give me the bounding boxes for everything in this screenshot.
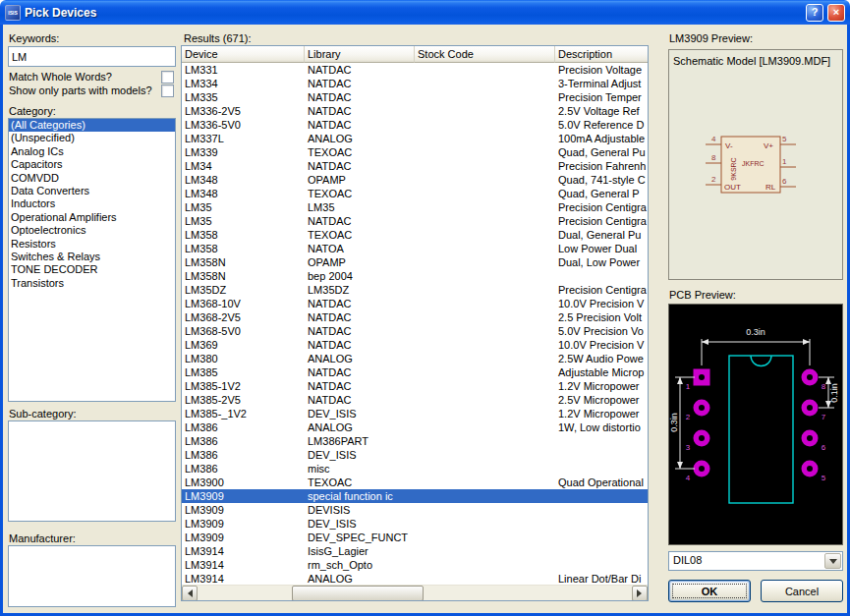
result-cell bbox=[555, 517, 649, 531]
category-item[interactable]: Switches & Relays bbox=[9, 251, 175, 263]
category-item[interactable]: Capacitors bbox=[9, 158, 175, 171]
result-row[interactable]: LM385-2V5NATDAC2.5V Micropower bbox=[182, 393, 649, 407]
result-cell: NATDAC bbox=[305, 63, 415, 77]
result-row[interactable]: LM3900TEXOACQuad Operational bbox=[182, 476, 649, 489]
result-row[interactable]: LM3909DEV_SPEC_FUNCT bbox=[182, 531, 649, 544]
category-item[interactable]: Operational Amplifiers bbox=[9, 211, 175, 224]
help-button[interactable]: ? bbox=[806, 4, 823, 22]
category-item[interactable]: COMVDD bbox=[9, 172, 175, 185]
result-row[interactable]: LM35LM35Precision Centigra bbox=[182, 200, 649, 214]
result-row[interactable]: LM386ANALOG1W, Low distortio bbox=[182, 420, 649, 434]
manufacturer-list[interactable] bbox=[8, 545, 176, 607]
column-header[interactable]: Description bbox=[555, 46, 649, 63]
result-cell: LM3900 bbox=[182, 476, 305, 489]
result-cell: IsisG_Lagier bbox=[305, 544, 415, 558]
result-row[interactable]: LM336-5V0NATDAC5.0V Reference D bbox=[182, 118, 649, 132]
result-cell: LM358N bbox=[182, 269, 305, 283]
result-cell bbox=[415, 544, 555, 558]
column-header[interactable]: Stock Code bbox=[415, 46, 555, 63]
category-item[interactable]: Data Converters bbox=[9, 185, 175, 197]
category-item[interactable]: Optoelectronics bbox=[9, 224, 175, 237]
result-row[interactable]: LM385NATDACAdjustable Microp bbox=[182, 365, 649, 379]
result-row[interactable]: LM339TEXOACQuad, General Pu bbox=[182, 145, 649, 159]
result-row[interactable]: LM358Nbep 2004 bbox=[182, 269, 649, 283]
category-item[interactable]: Inductors bbox=[9, 197, 175, 210]
svg-text:7: 7 bbox=[822, 413, 826, 421]
result-row[interactable]: LM385-1V2NATDAC1.2V Micropower bbox=[182, 379, 649, 393]
result-cell bbox=[415, 365, 555, 379]
result-cell: Precision Voltage bbox=[555, 63, 649, 77]
category-item[interactable]: (Unspecified) bbox=[9, 132, 175, 144]
keywords-input[interactable] bbox=[8, 46, 176, 67]
result-cell: 5.0V Reference D bbox=[555, 118, 649, 132]
svg-text:2: 2 bbox=[711, 175, 716, 184]
dim-left-label: 0.3in bbox=[669, 413, 679, 432]
horizontal-scrollbar[interactable] bbox=[182, 585, 648, 600]
result-row[interactable]: LM358TEXOACDual, General Pu bbox=[182, 228, 649, 242]
result-row[interactable]: LM385-_1V2DEV_ISIS1.2V Micropower bbox=[182, 407, 649, 420]
category-list[interactable]: (All Categories)(Unspecified)Analog ICsC… bbox=[8, 118, 176, 402]
isis-logo-icon: ISIS bbox=[5, 5, 21, 21]
package-select[interactable]: DIL08 bbox=[668, 551, 843, 571]
result-row[interactable]: LM3909DEV_ISIS bbox=[182, 517, 649, 531]
subcategory-list[interactable] bbox=[8, 420, 176, 522]
combo-dropdown-button[interactable] bbox=[824, 553, 841, 569]
results-table[interactable]: DeviceLibraryStock CodeDescription LM331… bbox=[181, 45, 649, 601]
result-row[interactable]: LM368-2V5NATDAC2.5 Precision Volt bbox=[182, 310, 649, 324]
result-row[interactable]: LM334NATDAC3-Terminal Adjust bbox=[182, 77, 649, 90]
result-cell: LM386 bbox=[182, 462, 305, 476]
result-cell: ANALOG bbox=[305, 572, 415, 585]
result-cell: NATOA bbox=[305, 242, 415, 255]
result-row[interactable]: LM386LM386PART bbox=[182, 434, 649, 448]
ok-button[interactable]: OK bbox=[668, 580, 751, 602]
result-row[interactable]: LM34NATDACPrecision Fahrenh bbox=[182, 159, 649, 173]
category-item[interactable]: TONE DECODER bbox=[9, 263, 175, 276]
svg-text:1: 1 bbox=[782, 157, 787, 166]
column-header[interactable]: Device bbox=[182, 46, 305, 63]
result-row[interactable]: LM335NATDACPrecision Temper bbox=[182, 90, 649, 104]
result-row[interactable]: LM337LANALOG100mA Adjustable bbox=[182, 132, 649, 145]
result-row[interactable]: LM386DEV_ISIS bbox=[182, 448, 649, 462]
scroll-right-button[interactable] bbox=[632, 586, 648, 601]
column-header[interactable]: Library bbox=[305, 46, 415, 63]
result-row[interactable]: LM3914rm_sch_Opto bbox=[182, 558, 649, 572]
result-cell: 10.0V Precision V bbox=[555, 297, 649, 310]
show-only-models-row: Show only parts with models? bbox=[8, 84, 176, 97]
category-item[interactable]: Analog ICs bbox=[9, 145, 175, 158]
show-only-models-checkbox[interactable] bbox=[161, 84, 174, 97]
result-row[interactable]: LM380ANALOG2.5W Audio Powe bbox=[182, 352, 649, 365]
result-cell: LM35DZ bbox=[305, 283, 415, 297]
result-cell: 10.0V Precision V bbox=[555, 338, 649, 352]
category-item[interactable]: (All Categories) bbox=[9, 119, 175, 132]
result-row[interactable]: LM368-5V0NATDAC5.0V Precision Vo bbox=[182, 324, 649, 338]
category-item[interactable]: Transistors bbox=[9, 277, 175, 290]
scroll-thumb[interactable] bbox=[292, 586, 424, 601]
scroll-left-button[interactable] bbox=[182, 586, 198, 601]
result-row[interactable]: LM368-10VNATDAC10.0V Precision V bbox=[182, 297, 649, 310]
result-cell bbox=[415, 324, 555, 338]
match-whole-words-checkbox[interactable] bbox=[161, 71, 174, 84]
result-row[interactable]: LM35NATDACPrecision Centigra bbox=[182, 214, 649, 228]
left-panel: Keywords: Match Whole Words? Show only p… bbox=[8, 25, 176, 613]
category-item[interactable]: Resistors bbox=[9, 238, 175, 251]
result-row[interactable]: LM386misc bbox=[182, 462, 649, 476]
result-cell: 1.2V Micropower bbox=[555, 407, 649, 420]
result-row[interactable]: LM3914IsisG_Lagier bbox=[182, 544, 649, 558]
result-row[interactable]: LM3909special function ic bbox=[182, 489, 649, 503]
results-header: DeviceLibraryStock CodeDescription bbox=[182, 46, 649, 63]
result-row[interactable]: LM3909DEVISIS bbox=[182, 503, 649, 517]
result-cell: 2.5W Audio Powe bbox=[555, 352, 649, 365]
result-row[interactable]: LM369NATDAC10.0V Precision V bbox=[182, 338, 649, 352]
result-row[interactable]: LM35DZLM35DZPrecision Centigra bbox=[182, 283, 649, 297]
pick-devices-dialog: ISIS Pick Devices ? × Keywords: Match Wh… bbox=[0, 0, 850, 616]
result-row[interactable]: LM3914ANALOGLinear Dot/Bar Di bbox=[182, 572, 649, 585]
close-button[interactable]: × bbox=[827, 4, 845, 22]
result-row[interactable]: LM358NOPAMPDual, Low Power bbox=[182, 255, 649, 269]
result-cell: LM358 bbox=[182, 228, 305, 242]
cancel-button[interactable]: Cancel bbox=[761, 580, 843, 602]
result-row[interactable]: LM331NATDACPrecision Voltage bbox=[182, 63, 649, 77]
result-row[interactable]: LM358NATOALow Power Dual bbox=[182, 242, 649, 255]
result-row[interactable]: LM336-2V5NATDAC2.5V Voltage Ref bbox=[182, 104, 649, 118]
result-row[interactable]: LM348TEXOACQuad, General P bbox=[182, 187, 649, 200]
result-row[interactable]: LM348OPAMPQuad, 741-style C bbox=[182, 173, 649, 187]
